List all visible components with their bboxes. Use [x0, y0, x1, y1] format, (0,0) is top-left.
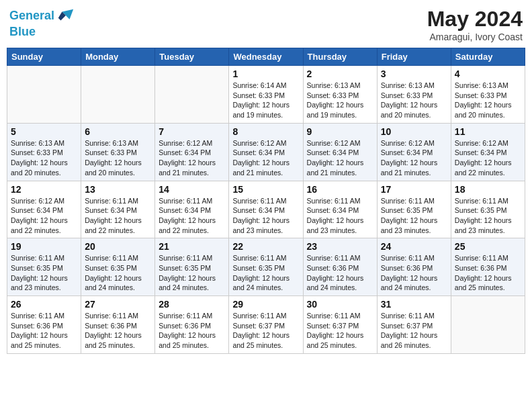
day-info: Sunrise: 6:13 AM Sunset: 6:33 PM Dayligh… — [307, 81, 373, 120]
day-number: 17 — [381, 184, 447, 195]
calendar-cell: 30Sunrise: 6:11 AM Sunset: 6:37 PM Dayli… — [303, 296, 377, 354]
day-number: 9 — [307, 126, 373, 137]
calendar-cell — [451, 296, 525, 354]
day-number: 15 — [232, 184, 299, 195]
day-info: Sunrise: 6:11 AM Sunset: 6:36 PM Dayligh… — [381, 253, 447, 293]
day-info: Sunrise: 6:11 AM Sunset: 6:36 PM Dayligh… — [307, 253, 373, 293]
day-info: Sunrise: 6:11 AM Sunset: 6:35 PM Dayligh… — [232, 253, 299, 293]
calendar-week-row: 5Sunrise: 6:13 AM Sunset: 6:33 PM Daylig… — [7, 123, 525, 181]
calendar-week-row: 26Sunrise: 6:11 AM Sunset: 6:36 PM Dayli… — [7, 296, 525, 354]
day-number: 10 — [381, 126, 447, 137]
calendar-cell: 2Sunrise: 6:13 AM Sunset: 6:33 PM Daylig… — [303, 66, 377, 124]
calendar-cell: 28Sunrise: 6:11 AM Sunset: 6:36 PM Dayli… — [155, 296, 229, 354]
calendar-cell: 11Sunrise: 6:12 AM Sunset: 6:34 PM Dayli… — [451, 123, 525, 181]
title-area: May 2024 Amaragui, Ivory Coast — [427, 7, 523, 42]
day-number: 25 — [455, 241, 521, 252]
day-number: 16 — [307, 184, 373, 195]
day-number: 1 — [232, 68, 299, 79]
day-info: Sunrise: 6:13 AM Sunset: 6:33 PM Dayligh… — [11, 138, 77, 178]
weekday-header-saturday: Saturday — [451, 48, 525, 66]
calendar-cell: 12Sunrise: 6:12 AM Sunset: 6:34 PM Dayli… — [7, 181, 81, 238]
day-info: Sunrise: 6:11 AM Sunset: 6:36 PM Dayligh… — [455, 253, 521, 293]
calendar-week-row: 19Sunrise: 6:11 AM Sunset: 6:35 PM Dayli… — [7, 238, 525, 296]
calendar-week-row: 12Sunrise: 6:12 AM Sunset: 6:34 PM Dayli… — [7, 181, 525, 238]
day-info: Sunrise: 6:11 AM Sunset: 6:35 PM Dayligh… — [455, 196, 521, 236]
day-number: 21 — [159, 241, 225, 252]
day-number: 24 — [381, 241, 447, 252]
calendar-cell: 22Sunrise: 6:11 AM Sunset: 6:35 PM Dayli… — [229, 238, 303, 296]
month-year: May 2024 — [427, 7, 523, 32]
calendar-cell: 13Sunrise: 6:11 AM Sunset: 6:34 PM Dayli… — [81, 181, 155, 238]
calendar-cell: 14Sunrise: 6:11 AM Sunset: 6:34 PM Dayli… — [155, 181, 229, 238]
day-info: Sunrise: 6:12 AM Sunset: 6:34 PM Dayligh… — [455, 138, 521, 178]
day-info: Sunrise: 6:11 AM Sunset: 6:35 PM Dayligh… — [381, 196, 447, 236]
day-number: 6 — [85, 126, 151, 137]
day-number: 28 — [159, 299, 225, 310]
calendar-cell: 29Sunrise: 6:11 AM Sunset: 6:37 PM Dayli… — [229, 296, 303, 354]
calendar-week-row: 1Sunrise: 6:14 AM Sunset: 6:33 PM Daylig… — [7, 66, 525, 124]
day-info: Sunrise: 6:11 AM Sunset: 6:36 PM Dayligh… — [159, 311, 225, 351]
calendar-cell: 16Sunrise: 6:11 AM Sunset: 6:34 PM Dayli… — [303, 181, 377, 238]
weekday-header-tuesday: Tuesday — [155, 48, 229, 66]
day-number: 3 — [381, 68, 447, 79]
logo-icon — [56, 7, 75, 26]
calendar-cell: 31Sunrise: 6:11 AM Sunset: 6:37 PM Dayli… — [377, 296, 451, 354]
day-number: 18 — [455, 184, 521, 195]
calendar-cell: 17Sunrise: 6:11 AM Sunset: 6:35 PM Dayli… — [377, 181, 451, 238]
calendar-cell — [81, 66, 155, 124]
day-info: Sunrise: 6:11 AM Sunset: 6:36 PM Dayligh… — [85, 311, 151, 351]
calendar-cell: 10Sunrise: 6:12 AM Sunset: 6:34 PM Dayli… — [377, 123, 451, 181]
calendar-cell: 20Sunrise: 6:11 AM Sunset: 6:35 PM Dayli… — [81, 238, 155, 296]
day-info: Sunrise: 6:13 AM Sunset: 6:33 PM Dayligh… — [85, 138, 151, 178]
day-number: 7 — [159, 126, 225, 137]
day-number: 31 — [381, 299, 447, 310]
day-number: 19 — [11, 241, 77, 252]
day-info: Sunrise: 6:14 AM Sunset: 6:33 PM Dayligh… — [232, 81, 299, 120]
day-number: 14 — [159, 184, 225, 195]
day-number: 23 — [307, 241, 373, 252]
calendar-cell: 9Sunrise: 6:12 AM Sunset: 6:34 PM Daylig… — [303, 123, 377, 181]
calendar-cell: 23Sunrise: 6:11 AM Sunset: 6:36 PM Dayli… — [303, 238, 377, 296]
calendar-cell: 27Sunrise: 6:11 AM Sunset: 6:36 PM Dayli… — [81, 296, 155, 354]
day-number: 8 — [232, 126, 299, 137]
calendar-cell: 25Sunrise: 6:11 AM Sunset: 6:36 PM Dayli… — [451, 238, 525, 296]
calendar-cell: 8Sunrise: 6:12 AM Sunset: 6:34 PM Daylig… — [229, 123, 303, 181]
day-info: Sunrise: 6:13 AM Sunset: 6:33 PM Dayligh… — [381, 81, 447, 120]
day-info: Sunrise: 6:11 AM Sunset: 6:36 PM Dayligh… — [11, 311, 77, 351]
calendar-cell: 19Sunrise: 6:11 AM Sunset: 6:35 PM Dayli… — [7, 238, 81, 296]
logo-text: General — [9, 9, 54, 23]
day-number: 29 — [232, 299, 299, 310]
weekday-header-thursday: Thursday — [303, 48, 377, 66]
day-info: Sunrise: 6:11 AM Sunset: 6:37 PM Dayligh… — [307, 311, 373, 351]
weekday-header-sunday: Sunday — [7, 48, 81, 66]
day-info: Sunrise: 6:12 AM Sunset: 6:34 PM Dayligh… — [381, 138, 447, 178]
calendar-header: General Blue May 2024 Amaragui, Ivory Co… — [7, 7, 525, 42]
day-info: Sunrise: 6:11 AM Sunset: 6:35 PM Dayligh… — [11, 253, 77, 293]
day-number: 26 — [11, 299, 77, 310]
calendar-cell: 15Sunrise: 6:11 AM Sunset: 6:34 PM Dayli… — [229, 181, 303, 238]
day-info: Sunrise: 6:12 AM Sunset: 6:34 PM Dayligh… — [159, 138, 225, 178]
calendar-cell: 18Sunrise: 6:11 AM Sunset: 6:35 PM Dayli… — [451, 181, 525, 238]
weekday-header-friday: Friday — [377, 48, 451, 66]
calendar-cell — [7, 66, 81, 124]
day-number: 13 — [85, 184, 151, 195]
calendar-cell: 26Sunrise: 6:11 AM Sunset: 6:36 PM Dayli… — [7, 296, 81, 354]
logo-text2: Blue — [9, 26, 75, 39]
day-info: Sunrise: 6:11 AM Sunset: 6:34 PM Dayligh… — [85, 196, 151, 236]
calendar-cell: 4Sunrise: 6:13 AM Sunset: 6:33 PM Daylig… — [451, 66, 525, 124]
day-info: Sunrise: 6:11 AM Sunset: 6:34 PM Dayligh… — [307, 196, 373, 236]
day-number: 11 — [455, 126, 521, 137]
day-info: Sunrise: 6:12 AM Sunset: 6:34 PM Dayligh… — [307, 138, 373, 178]
day-number: 2 — [307, 68, 373, 79]
day-info: Sunrise: 6:11 AM Sunset: 6:34 PM Dayligh… — [232, 196, 299, 236]
location: Amaragui, Ivory Coast — [427, 32, 523, 42]
weekday-header-wednesday: Wednesday — [229, 48, 303, 66]
calendar-cell: 6Sunrise: 6:13 AM Sunset: 6:33 PM Daylig… — [81, 123, 155, 181]
day-number: 4 — [455, 68, 521, 79]
day-info: Sunrise: 6:12 AM Sunset: 6:34 PM Dayligh… — [232, 138, 299, 178]
day-number: 22 — [232, 241, 299, 252]
calendar-cell: 24Sunrise: 6:11 AM Sunset: 6:36 PM Dayli… — [377, 238, 451, 296]
day-number: 30 — [307, 299, 373, 310]
day-number: 27 — [85, 299, 151, 310]
calendar-table: SundayMondayTuesdayWednesdayThursdayFrid… — [7, 48, 525, 354]
